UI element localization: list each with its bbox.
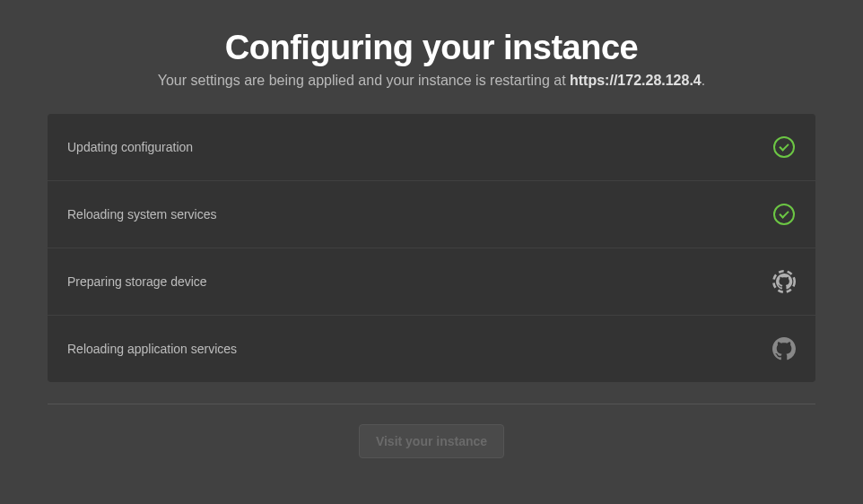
step-row: Preparing storage device bbox=[48, 248, 815, 316]
step-label: Reloading application services bbox=[67, 342, 237, 356]
page-header: Configuring your instance Your settings … bbox=[0, 29, 863, 89]
step-row: Reloading application services bbox=[48, 316, 815, 382]
step-row: Updating configuration bbox=[48, 114, 815, 181]
status-done-icon bbox=[772, 203, 796, 226]
step-row: Reloading system services bbox=[48, 181, 815, 248]
status-pending-icon bbox=[772, 337, 796, 361]
divider bbox=[48, 404, 815, 404]
status-done-icon bbox=[772, 135, 796, 159]
visit-instance-button[interactable]: Visit your instance bbox=[359, 424, 504, 458]
status-active-icon bbox=[772, 270, 796, 293]
page-title: Configuring your instance bbox=[0, 29, 863, 67]
step-label: Updating configuration bbox=[67, 140, 193, 154]
footer: Visit your instance bbox=[0, 424, 863, 458]
step-label: Reloading system services bbox=[67, 207, 217, 222]
steps-panel: Updating configuration Reloading system … bbox=[48, 114, 815, 382]
subtitle-prefix: Your settings are being applied and your… bbox=[158, 73, 570, 88]
instance-url: https://172.28.128.4 bbox=[570, 73, 702, 88]
subtitle-suffix: . bbox=[702, 73, 705, 88]
page-subtitle: Your settings are being applied and your… bbox=[0, 73, 863, 89]
step-label: Preparing storage device bbox=[67, 274, 207, 289]
